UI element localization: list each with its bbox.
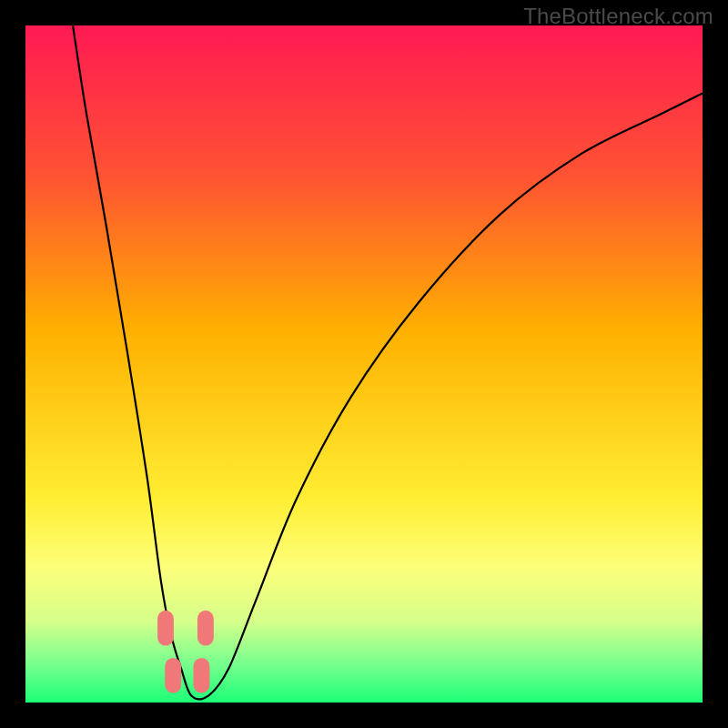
outer-frame: TheBottleneck.com — [0, 0, 728, 728]
watermark-label: TheBottleneck.com — [523, 4, 713, 29]
gradient-background — [25, 25, 703, 703]
plot-area — [25, 25, 703, 703]
curve-marker — [197, 611, 214, 646]
curve-marker — [194, 658, 210, 693]
chart-svg — [25, 25, 703, 703]
curve-marker — [157, 611, 174, 646]
curve-marker — [165, 658, 181, 693]
